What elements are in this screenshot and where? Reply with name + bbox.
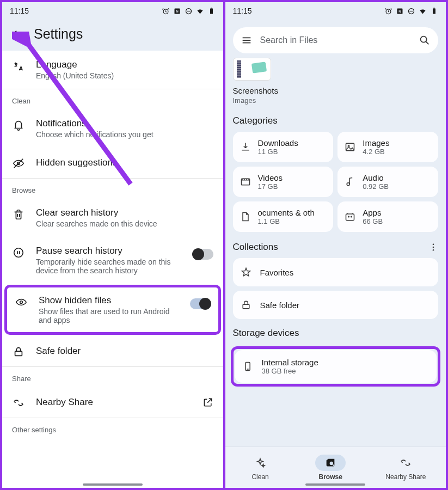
recent-thumbnails[interactable] — [225, 58, 446, 84]
language-sub: English (United States) — [36, 71, 213, 80]
category-images[interactable]: Images4.2 GB — [337, 132, 438, 162]
sparkle-icon — [254, 457, 266, 469]
header: Settings — [2, 20, 223, 51]
pause-history-title: Pause search history — [36, 246, 182, 256]
collections-heading: Collections — [225, 237, 446, 258]
safe-folder-label: Safe folder — [260, 301, 300, 310]
favorites-label: Favorites — [260, 268, 294, 277]
thumbnail[interactable] — [233, 58, 271, 81]
status-icons: N — [162, 7, 216, 15]
pause-history-sub: Temporarily hide searches made on this d… — [36, 258, 182, 275]
battery-icon — [207, 7, 216, 15]
svg-text:N: N — [398, 9, 401, 13]
nav-handle[interactable] — [305, 483, 365, 486]
nav-handle[interactable] — [83, 483, 143, 486]
nav-browse[interactable]: Browse — [315, 455, 346, 481]
nearby-icon — [400, 457, 412, 469]
battery-icon — [430, 7, 438, 15]
clear-history-item[interactable]: Clear search history Clear searches made… — [2, 199, 223, 237]
open-external-icon — [202, 397, 213, 408]
notifications-item[interactable]: Notifications Choose which notifications… — [2, 109, 223, 148]
svg-point-7 — [14, 248, 23, 258]
storage-sub: 38 GB free — [262, 367, 318, 375]
show-hidden-highlight: Show hidden files Show files that are us… — [4, 285, 221, 335]
dnd-icon — [185, 7, 193, 15]
language-icon — [13, 60, 24, 72]
trash-icon — [13, 209, 24, 220]
page-title: Settings — [34, 26, 83, 42]
notifications-title: Notifications — [36, 118, 213, 129]
eye-icon — [15, 296, 27, 308]
document-icon — [240, 211, 251, 222]
search-icon[interactable] — [419, 34, 431, 46]
pause-history-toggle[interactable] — [193, 249, 213, 260]
internal-storage-item[interactable]: Internal storage 38 GB free — [235, 350, 437, 383]
svg-point-8 — [20, 301, 23, 304]
phone-settings: 11:15 N Settings Language English (Unite… — [0, 0, 224, 490]
alarm-icon — [162, 7, 170, 15]
svg-point-24 — [351, 216, 352, 217]
storage-title: Internal storage — [262, 358, 318, 367]
pause-history-item[interactable]: Pause search history Temporarily hide se… — [2, 237, 223, 284]
favorites-item[interactable]: Favorites — [233, 258, 439, 286]
svg-point-27 — [433, 249, 434, 251]
nfc-icon: N — [173, 7, 181, 15]
safe-folder-item[interactable]: Safe folder — [2, 336, 223, 366]
show-hidden-toggle[interactable] — [190, 298, 211, 309]
video-icon — [240, 176, 251, 187]
settings-list: Language English (United States) Clean N… — [2, 51, 223, 438]
search-placeholder: Search in Files — [260, 35, 412, 45]
show-hidden-title: Show hidden files — [39, 295, 179, 306]
nearby-icon — [13, 397, 24, 409]
wifi-icon — [419, 7, 427, 15]
category-videos[interactable]: Videos17 GB — [233, 167, 334, 197]
svg-point-26 — [433, 247, 434, 248]
svg-point-17 — [421, 36, 427, 42]
nearby-share-item[interactable]: Nearby Share — [2, 387, 223, 418]
menu-icon[interactable] — [241, 34, 253, 46]
nav-clean[interactable]: Clean — [245, 455, 275, 481]
browse-icon — [324, 457, 336, 469]
nfc-icon: N — [396, 7, 404, 15]
show-hidden-item[interactable]: Show hidden files Show files that are us… — [7, 287, 218, 332]
svg-rect-4 — [210, 8, 213, 14]
nav-share[interactable]: Nearby Share — [385, 455, 426, 481]
language-item[interactable]: Language English (United States) — [2, 51, 223, 89]
apps-icon — [345, 211, 355, 222]
wifi-icon — [196, 7, 204, 15]
more-icon[interactable] — [428, 242, 438, 252]
search-bar[interactable]: Search in Files — [233, 27, 439, 53]
safe-folder-item[interactable]: Safe folder — [233, 291, 439, 319]
alarm-icon — [384, 7, 392, 15]
clear-history-title: Clear search history — [36, 207, 213, 218]
hidden-suggestions-item[interactable]: Hidden suggestions — [2, 148, 223, 178]
section-share: Share — [2, 367, 223, 387]
category-apps[interactable]: Apps66 GB — [337, 201, 438, 232]
bottom-nav: Clean Browse Nearby Share — [225, 446, 446, 488]
back-arrow-icon[interactable] — [11, 28, 23, 40]
category-documents[interactable]: ocuments & oth1.1 GB — [233, 201, 334, 232]
status-time: 11:15 — [10, 7, 29, 15]
categories-grid: Downloads11 GB Images4.2 GB Videos17 GB … — [225, 132, 446, 237]
category-downloads[interactable]: Downloads11 GB — [233, 132, 334, 162]
svg-rect-15 — [433, 8, 435, 14]
svg-rect-16 — [433, 8, 435, 8]
svg-rect-28 — [243, 304, 249, 309]
status-bar: 11:15 N — [225, 2, 446, 20]
show-hidden-sub: Show files that are used to run Android … — [39, 307, 179, 324]
recent-title[interactable]: Screenshots — [225, 84, 446, 96]
safe-folder-title: Safe folder — [36, 346, 213, 357]
status-icons: N — [384, 7, 438, 15]
star-icon — [241, 267, 251, 278]
section-browse: Browse — [2, 179, 223, 199]
download-icon — [240, 142, 251, 152]
image-icon — [345, 142, 355, 152]
section-clean: Clean — [2, 89, 223, 109]
phone-icon — [242, 361, 253, 372]
eye-off-icon — [13, 157, 24, 169]
pause-icon — [13, 247, 24, 259]
notifications-sub: Choose which notifications you get — [36, 130, 213, 139]
category-audio[interactable]: Audio0.92 GB — [337, 167, 438, 197]
svg-rect-5 — [211, 8, 212, 8]
svg-point-23 — [348, 216, 349, 217]
